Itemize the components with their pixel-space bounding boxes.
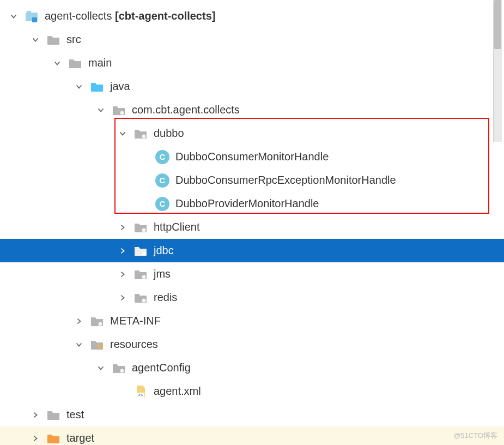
folder-orange-icon — [46, 433, 61, 444]
tree-item[interactable]: test — [0, 403, 504, 426]
chevron-down-icon[interactable] — [8, 13, 20, 20]
watermark: @51CTO博客 — [453, 431, 497, 441]
class-icon: C — [155, 173, 170, 188]
svg-rect-11 — [98, 347, 103, 348]
svg-point-7 — [142, 275, 146, 279]
chevron-down-icon[interactable] — [73, 341, 85, 348]
resources-icon — [89, 339, 105, 350]
tree-item[interactable]: resources — [0, 333, 504, 356]
class-icon: C — [155, 197, 170, 211]
tree-item[interactable]: agent-collects [cbt-agent-collects] — [0, 4, 504, 28]
tree-item-label: META-INF — [110, 315, 161, 327]
package-icon — [111, 363, 126, 374]
svg-point-9 — [99, 322, 102, 326]
class-icon: C — [155, 150, 170, 164]
svg-rect-10 — [98, 345, 103, 346]
package-icon — [133, 269, 148, 280]
folder-gray-icon — [46, 34, 61, 45]
chevron-down-icon[interactable] — [29, 36, 41, 44]
chevron-right-icon[interactable] — [117, 247, 129, 255]
tree-item[interactable]: target — [0, 426, 504, 445]
tree-item-label: DubboProviderMonitorHandle — [175, 197, 319, 210]
chevron-down-icon[interactable] — [95, 106, 107, 114]
package-icon — [133, 292, 148, 303]
project-tree: agent-collects [cbt-agent-collects]srcma… — [0, 0, 504, 445]
svg-text:<>: <> — [138, 393, 143, 398]
folder-gray-icon — [46, 410, 61, 420]
svg-point-5 — [142, 228, 146, 232]
tree-item-label: dubbo — [154, 127, 184, 140]
tree-item[interactable]: src — [0, 28, 504, 51]
chevron-right-icon[interactable] — [29, 411, 41, 419]
chevron-right-icon[interactable] — [29, 435, 41, 442]
tree-item-label: resources — [110, 338, 158, 351]
scrollbar[interactable] — [493, 0, 502, 142]
tree-item-label: src — [66, 33, 81, 46]
tree-item[interactable]: redis — [0, 286, 504, 309]
tree-item-label: com.cbt.agent.collects — [132, 104, 240, 116]
tree-item-label: target — [66, 432, 94, 444]
chevron-down-icon[interactable] — [51, 59, 63, 67]
folder-gray-icon — [68, 58, 83, 69]
chevron-down-icon[interactable] — [73, 83, 85, 91]
tree-item[interactable]: jdbc — [0, 239, 504, 262]
tree-item[interactable]: CDubboConsumerMonitorHandle — [0, 145, 504, 169]
tree-item[interactable]: main — [0, 51, 504, 75]
chevron-right-icon[interactable] — [117, 270, 129, 278]
svg-rect-2 — [32, 17, 37, 22]
svg-point-4 — [142, 134, 146, 138]
tree-item-label: jdbc — [154, 244, 174, 257]
tree-item[interactable]: jms — [0, 262, 504, 286]
tree-item-label: agent-collects [cbt-agent-collects] — [45, 10, 215, 22]
package-icon — [111, 105, 126, 116]
tree-item-label: main — [88, 57, 112, 69]
tree-item[interactable]: com.cbt.agent.collects — [0, 98, 504, 122]
scrollbar-thumb[interactable] — [494, 0, 501, 49]
package-icon — [133, 245, 148, 256]
chevron-down-icon[interactable] — [117, 130, 129, 137]
folder-blue-icon — [89, 81, 105, 92]
svg-point-6 — [142, 251, 146, 255]
svg-point-8 — [142, 298, 146, 302]
package-icon — [89, 316, 105, 327]
svg-rect-1 — [27, 11, 31, 14]
module-icon — [24, 10, 39, 22]
xml-icon: <> — [133, 385, 148, 398]
svg-point-3 — [120, 111, 124, 115]
tree-item[interactable]: httpClient — [0, 215, 504, 239]
tree-item-label: agent.xml — [154, 385, 201, 398]
tree-item-label: test — [66, 408, 84, 421]
tree-item-label: redis — [154, 291, 177, 304]
tree-item-label: DubboConsumerRpcExceptionMonitorHandle — [175, 174, 396, 187]
chevron-right-icon[interactable] — [117, 294, 129, 302]
tree-item[interactable]: META-INF — [0, 309, 504, 333]
tree-item[interactable]: <>agent.xml — [0, 380, 504, 403]
tree-item[interactable]: agentConfig — [0, 356, 504, 380]
tree-item-module-name: [cbt-agent-collects] — [115, 10, 215, 22]
package-icon — [133, 222, 148, 233]
tree-item-label: agentConfig — [132, 362, 191, 374]
chevron-right-icon[interactable] — [117, 224, 129, 231]
chevron-right-icon[interactable] — [73, 317, 85, 325]
tree-item[interactable]: dubbo — [0, 122, 504, 145]
tree-item-label: DubboConsumerMonitorHandle — [175, 151, 329, 163]
tree-item[interactable]: CDubboProviderMonitorHandle — [0, 192, 504, 215]
package-icon — [133, 128, 148, 139]
tree-item[interactable]: java — [0, 75, 504, 98]
tree-item-label: jms — [154, 268, 171, 280]
tree-item[interactable]: CDubboConsumerRpcExceptionMonitorHandle — [0, 169, 504, 192]
svg-point-12 — [120, 369, 124, 372]
chevron-down-icon[interactable] — [95, 364, 107, 372]
tree-item-label: httpClient — [154, 221, 200, 233]
tree-item-label: java — [110, 80, 130, 93]
